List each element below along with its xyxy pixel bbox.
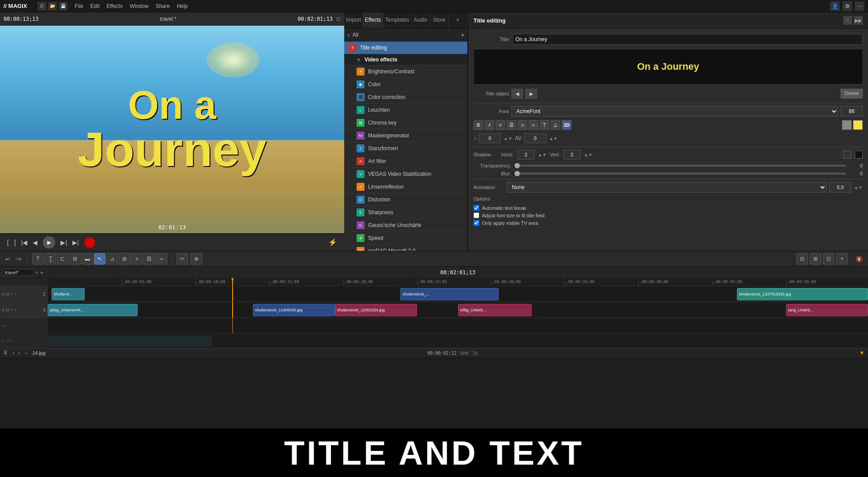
italic-button[interactable]: I	[485, 120, 494, 130]
threed-button[interactable]: 3D	[562, 120, 571, 130]
effect-chroma-key[interactable]: ⊞ Chroma key	[344, 117, 467, 129]
redo-button[interactable]: ↪	[15, 255, 23, 263]
track-4-content[interactable]	[48, 318, 868, 333]
settings-icon[interactable]: ⚙	[842, 1, 852, 11]
tab-close[interactable]: ×	[449, 12, 467, 28]
blur-slider[interactable]	[515, 173, 846, 174]
effect-distortion[interactable]: D Distortion	[344, 193, 467, 206]
track-3-m[interactable]: M	[6, 308, 9, 312]
mark-out-button[interactable]: ]	[14, 239, 16, 246]
tab-effects[interactable]: Effects	[363, 12, 383, 28]
track-3-clip-5[interactable]: tang_Unterb...	[786, 304, 868, 316]
open-icon[interactable]: 📂	[48, 2, 57, 11]
line-spacing-input[interactable]	[479, 133, 501, 143]
justify-button[interactable]: ≡	[529, 120, 538, 130]
tl-playback-expand-icon[interactable]: ⊽	[4, 350, 8, 356]
char-spacing-input[interactable]	[524, 133, 546, 143]
record-button[interactable]	[84, 237, 95, 248]
auto-break-checkbox[interactable]	[473, 205, 479, 211]
track-3-content[interactable]: adsg_Unternemh... shutterstock_11405040.…	[48, 302, 868, 318]
track-3-clip-1[interactable]: adsg_Unternemh...	[48, 304, 138, 316]
expand-preview-button[interactable]: ⊡	[336, 16, 341, 22]
track-4-more[interactable]: ÷	[7, 324, 9, 328]
shadow-color-swatch[interactable]	[843, 151, 851, 159]
step-back-button[interactable]: ◀	[33, 239, 38, 246]
track-5-content[interactable]	[48, 334, 868, 348]
tab-store[interactable]: Store	[430, 12, 448, 28]
track-2-content[interactable]: shutterst... shutterstock_... shuttersto…	[48, 286, 868, 302]
title-obj-next-button[interactable]: ▶	[526, 89, 537, 98]
font-size-input[interactable]	[841, 106, 863, 117]
add-button[interactable]: ⊕	[191, 253, 202, 265]
shadow-dark-swatch[interactable]	[855, 151, 863, 159]
track-2-split[interactable]: ÷	[11, 292, 13, 296]
goto-start-button[interactable]: |◀	[21, 239, 28, 246]
mute-button[interactable]: 🔇	[854, 255, 864, 263]
track-2-clip-1[interactable]: shutterst...	[52, 288, 84, 300]
track-2-m[interactable]: M	[6, 292, 9, 296]
effect-title-editing[interactable]: T Title editing	[344, 42, 467, 54]
track-2-more[interactable]: ÷	[14, 292, 16, 296]
track-3-more[interactable]: ÷	[14, 308, 16, 312]
title-obj-prev-button[interactable]: ◀	[511, 89, 523, 98]
save-icon[interactable]: 💾	[59, 2, 68, 11]
roll-button[interactable]: ≡	[131, 253, 143, 265]
menu-file[interactable]: File	[75, 3, 83, 9]
track-view-3[interactable]: ⊡	[823, 253, 834, 265]
cut-button[interactable]: ✂	[177, 253, 188, 265]
shadow-vert-input[interactable]	[564, 150, 580, 159]
tv-area-checkbox[interactable]	[473, 220, 479, 226]
effect-speed[interactable]: ⚡ Speed	[344, 232, 467, 245]
menu-help[interactable]: Help	[177, 3, 188, 9]
mark-in-button[interactable]: [	[7, 239, 9, 246]
effect-gauss[interactable]: G Gauss'sche Unschärfe	[344, 219, 467, 232]
effect-leuchten[interactable]: L Leuchten	[344, 104, 467, 117]
track-5-more[interactable]: ÷	[11, 339, 13, 343]
undo-button[interactable]: ↩	[4, 255, 12, 263]
animation-value-input[interactable]	[829, 182, 851, 193]
menu-share[interactable]: Share	[156, 3, 170, 9]
add-track-button[interactable]: +	[836, 253, 848, 265]
step-forward-button[interactable]: ▶|	[60, 239, 67, 246]
tab-templates[interactable]: Templates	[383, 12, 411, 28]
effect-vegas-stabilization[interactable]: V VEGAS Video Stabilization	[344, 168, 467, 181]
text-tool-button[interactable]: T̲	[45, 253, 56, 265]
new-icon[interactable]: 🗋	[38, 2, 46, 11]
track-button[interactable]: ▬	[82, 253, 93, 265]
text-outline-color-swatch[interactable]	[842, 120, 852, 130]
track-5-m[interactable]: M	[6, 339, 9, 343]
animation-select[interactable]: None	[507, 182, 827, 193]
track-5-s[interactable]: S	[2, 339, 4, 343]
track-3-s[interactable]: S	[2, 308, 4, 312]
unlink-button[interactable]: ∾	[156, 253, 167, 265]
track-3-clip-4[interactable]: triftig_Unterb...	[458, 304, 532, 316]
menu-effects[interactable]: Effects	[106, 3, 122, 9]
slip-button[interactable]: ⊞	[119, 253, 130, 265]
effect-maskengenerator[interactable]: M Maskengenerator	[344, 129, 467, 142]
effect-linsenreflexion[interactable]: ↗ Linsenreflexion	[344, 181, 467, 193]
delete-title-button[interactable]: Delete	[841, 89, 863, 98]
play-button[interactable]: ▶	[43, 236, 55, 249]
align-left-button[interactable]: ≡	[496, 120, 505, 130]
track-name-input[interactable]	[3, 269, 34, 276]
track-view-1[interactable]: ⊟	[797, 253, 808, 265]
track-4-m[interactable]: M	[2, 324, 5, 328]
effect-art-filter[interactable]: A Art filter	[344, 155, 467, 168]
effect-brightness[interactable]: ☀ Brightness/Contrast	[344, 65, 467, 78]
effects-list[interactable]: T Title editing ▼ Video effects ☀ Bright…	[344, 42, 467, 251]
effect-prodad[interactable]: P proDAD Mercalli 2.0	[344, 245, 467, 251]
render-button[interactable]: ⚡	[328, 238, 337, 246]
more-icon[interactable]: ⋯	[855, 1, 864, 11]
track-3-clip-3[interactable]: shutterstock_12001034.jpg	[335, 304, 417, 316]
tl-nav-back[interactable]: ‹	[13, 350, 15, 356]
track-3-clip-2[interactable]: shutterstock_11405040.jpg	[253, 304, 335, 316]
tl-nav-forward[interactable]: ›	[18, 350, 20, 356]
track-5-clip-1[interactable]	[48, 336, 212, 346]
title-input[interactable]	[512, 34, 863, 45]
move-tool-button[interactable]: ↖	[94, 253, 105, 265]
profile-icon[interactable]: 👤	[830, 1, 840, 11]
tl-arrow-right[interactable]: →	[23, 350, 29, 356]
track-2-clip-2[interactable]: shutterstock_...	[400, 288, 499, 300]
close-track-button[interactable]: ×	[35, 270, 38, 275]
track-2-s[interactable]: S	[2, 292, 4, 296]
